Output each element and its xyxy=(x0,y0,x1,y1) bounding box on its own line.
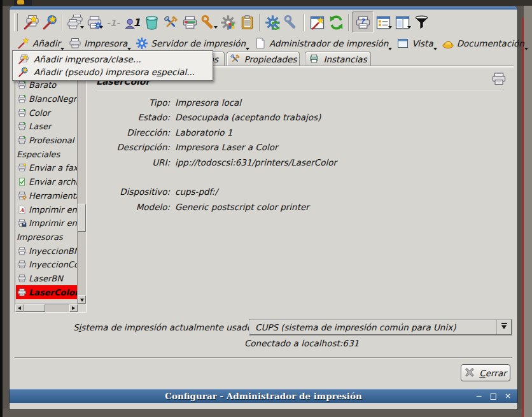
view-tree-button[interactable] xyxy=(374,12,393,32)
info-row-descripcion: Descripción:Impresora Laser a Color xyxy=(90,140,484,155)
printer-copy-button[interactable] xyxy=(66,12,85,32)
list-item-laser[interactable]: Laser xyxy=(16,120,77,134)
background-strip xyxy=(3,0,532,6)
driver-gear-icon xyxy=(220,15,236,31)
add-printer-wizard-icon xyxy=(23,15,39,31)
close-button[interactable]: Cerrar xyxy=(461,364,510,381)
set-default-button[interactable]: 1 xyxy=(123,12,142,32)
horizontal-scrollbar[interactable] xyxy=(15,304,78,312)
menu-vista[interactable]: Vista xyxy=(394,36,438,51)
add-special-printer-button[interactable] xyxy=(40,12,59,32)
configure-printer-button[interactable] xyxy=(161,12,180,32)
menu-item-label: Añadir impresora/clase... xyxy=(34,54,141,64)
list-item-profesional[interactable]: Profesional xyxy=(16,134,77,148)
server-restart-button[interactable] xyxy=(263,12,282,32)
print-system-combobox[interactable]: CUPS (sistema de impresión común para Un… xyxy=(249,320,512,335)
main-toolbar: -1- 1 ? xyxy=(13,11,514,34)
menu-documentacion[interactable]: Documentación xyxy=(439,36,530,51)
window-titlebar[interactable]: Configurar - Administrador de impresión … xyxy=(10,389,517,403)
info-row-dispositivo: Dispositivo:cups-pdf:/ xyxy=(90,185,484,200)
menu-administrador[interactable]: Administrador de impresión xyxy=(251,36,394,51)
add-special-printer-icon xyxy=(42,15,58,31)
wizard-button[interactable] xyxy=(307,12,326,32)
printer-info-toggle-button[interactable]: ? xyxy=(352,11,374,33)
menu-item-label: Añadir (pseudo) impresora especial... xyxy=(34,67,195,77)
menu-servidor[interactable]: Servidor de impresión xyxy=(133,36,251,51)
printer-info-icon: ? xyxy=(355,15,371,31)
wand-icon xyxy=(17,37,30,50)
printer-icon xyxy=(491,71,507,87)
toolbar-grip[interactable] xyxy=(14,13,18,31)
report-clipboard-icon xyxy=(239,15,255,31)
maximize-button[interactable]: □ xyxy=(490,392,497,400)
left-arrow-icon xyxy=(16,306,21,310)
report-button[interactable] xyxy=(237,12,256,32)
menu-administrador-label: Administrador de impresión xyxy=(269,38,388,48)
printer-tools-button[interactable] xyxy=(199,12,218,32)
vertical-scrollbar-thumb[interactable] xyxy=(78,204,86,232)
close-button-label: Cerrar xyxy=(479,368,506,378)
close-window-button[interactable]: × xyxy=(505,392,511,400)
printer-icon xyxy=(17,246,27,256)
menu-item-add-special-printer[interactable]: Añadir (pseudo) impresora especial... xyxy=(13,66,212,78)
test-page-button[interactable] xyxy=(180,12,199,32)
tab-instancias[interactable]: Instancias xyxy=(305,52,371,66)
scrollbar-left-button[interactable] xyxy=(15,304,24,312)
list-item-enviar-archivo[interactable]: Enviar archivo xyxy=(16,175,77,189)
window-icon xyxy=(396,37,409,50)
info-row-estado: Estado:Desocupada (aceptando trabajos) xyxy=(90,110,484,125)
remove-printer-icon: -1- xyxy=(106,15,122,31)
printer-icon xyxy=(17,260,27,269)
list-item-enviar-a-fax[interactable]: Enviar a fax xyxy=(16,161,77,175)
print-system-value: CUPS (sistema de impresión común para Un… xyxy=(250,322,496,332)
printer-class-icon xyxy=(17,80,27,90)
list-item-imprimir-pdf[interactable]: AImprimir en a xyxy=(16,202,77,216)
list-item-herramienta[interactable]: Herramienta a xyxy=(16,189,77,203)
anadir-menu-popup: Añadir impresora/clase... Añadir (pseudo… xyxy=(12,50,213,81)
printer-list: Barato BlancoNegro Color Laser Profesion… xyxy=(15,66,87,313)
driver-settings-button[interactable] xyxy=(218,12,237,32)
delete-button[interactable] xyxy=(142,12,161,32)
horizontal-scrollbar-thumb[interactable] xyxy=(24,304,45,312)
tab-propiedades[interactable]: Propiedades xyxy=(227,52,300,66)
list-item-color[interactable]: Color xyxy=(16,106,77,120)
svg-text:1: 1 xyxy=(133,16,140,28)
filter-icon xyxy=(414,15,430,31)
svg-text:A: A xyxy=(19,207,24,213)
list-item-laserbn[interactable]: LaserBN xyxy=(16,272,77,286)
gear-icon xyxy=(136,37,148,50)
vertical-scrollbar[interactable] xyxy=(77,67,86,304)
screen-edge-red-line xyxy=(522,18,524,417)
menu-item-add-printer-class[interactable]: Añadir impresora/clase... xyxy=(13,53,212,66)
tab-instancias-label: Instancias xyxy=(323,54,367,64)
list-item-imprimir-archivo[interactable]: Imprimir en a xyxy=(16,216,77,230)
printer-state-button[interactable] xyxy=(85,12,104,32)
remove-printer-button[interactable]: -1- xyxy=(104,12,123,32)
printer-icon xyxy=(17,274,27,283)
list-group-especiales: Especiales xyxy=(16,147,77,161)
add-printer-wizard-button[interactable] xyxy=(21,12,40,32)
server-restart-icon xyxy=(265,15,281,31)
list-item-inyeccioncol[interactable]: InyeccionCol xyxy=(16,258,77,272)
view-columns-button[interactable] xyxy=(393,12,412,32)
list-item-inyeccionbn[interactable]: InyeccionBN xyxy=(16,244,77,258)
menu-impresora[interactable]: Impresora xyxy=(66,36,133,51)
info-row-uri: URI:ipp://todoscsi:631/printers/LaserCol… xyxy=(90,155,484,170)
minimize-button[interactable]: − xyxy=(476,392,482,400)
list-item-blanconegro[interactable]: BlancoNegro xyxy=(16,92,77,106)
scrollbar-right-button[interactable] xyxy=(69,304,78,312)
server-configure-button[interactable] xyxy=(282,12,301,32)
filter-button[interactable] xyxy=(412,12,431,32)
list-item-lasercolor-selected[interactable]: LaserColor xyxy=(16,285,77,299)
scrollbar-down-button[interactable] xyxy=(78,295,86,304)
printer-info-rows: Tipo:Impresora local Estado:Desocupada (… xyxy=(90,95,484,215)
refresh-button[interactable] xyxy=(326,12,346,32)
scrollbar-track[interactable] xyxy=(45,304,69,312)
window-title: Configurar - Administrador de impresión xyxy=(165,391,362,401)
window-shadow-right xyxy=(524,6,532,417)
document-icon xyxy=(254,37,267,50)
combobox-arrow-button[interactable] xyxy=(496,320,511,334)
wrench-icon xyxy=(201,15,217,31)
menu-anadir[interactable]: Añadir xyxy=(15,36,66,51)
list-group-impresoras: Impresoras xyxy=(16,230,77,244)
